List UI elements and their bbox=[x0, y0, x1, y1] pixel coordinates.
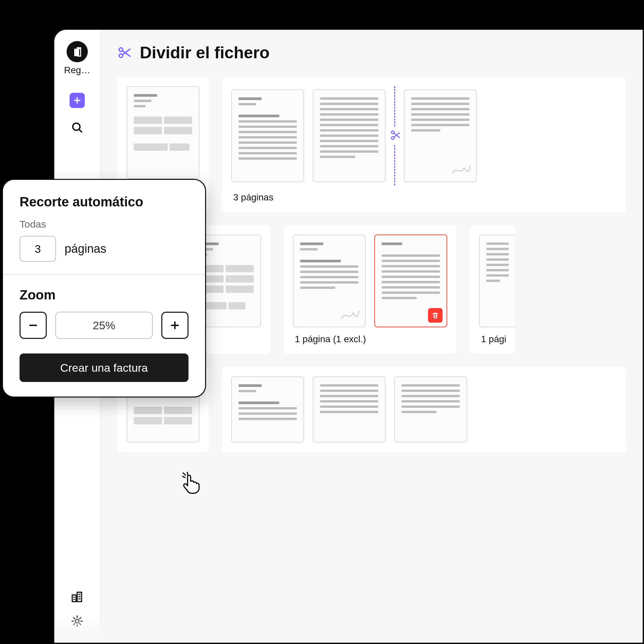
pages-input[interactable] bbox=[20, 236, 56, 262]
svg-rect-0 bbox=[74, 49, 77, 56]
popover-title: Recorte automático bbox=[20, 194, 188, 209]
page-thumb[interactable] bbox=[293, 235, 366, 327]
page-thumb[interactable] bbox=[404, 89, 477, 182]
brand-label: Reg… bbox=[64, 65, 90, 76]
create-invoice-button[interactable]: Crear una factura bbox=[20, 353, 188, 382]
brand-logo bbox=[67, 41, 88, 62]
company-button[interactable] bbox=[69, 588, 85, 605]
group-r2-c[interactable]: 1 pági bbox=[470, 225, 515, 354]
split-indicator[interactable] bbox=[394, 86, 395, 186]
plus-icon bbox=[73, 96, 82, 105]
page-thumb[interactable] bbox=[313, 89, 386, 182]
group-caption: 1 página (1 excl.) bbox=[295, 334, 447, 345]
group-caption: 1 pági bbox=[481, 334, 515, 345]
page-thumb-excluded[interactable] bbox=[374, 235, 447, 327]
autocut-popover: Recorte automático Todas páginas Zoom 25… bbox=[2, 179, 206, 398]
bottom-fade bbox=[101, 613, 643, 643]
all-label: Todas bbox=[20, 219, 188, 230]
group-r2-b[interactable]: 1 página (1 excl.) bbox=[284, 225, 456, 354]
group-r3-b[interactable] bbox=[222, 367, 626, 452]
zoom-out-button[interactable] bbox=[20, 312, 47, 339]
settings-button[interactable] bbox=[69, 613, 85, 629]
minus-icon bbox=[27, 320, 39, 331]
delete-page-button[interactable] bbox=[428, 308, 443, 323]
page-thumb[interactable] bbox=[394, 376, 467, 443]
plus-icon bbox=[169, 320, 181, 331]
group-r1-b[interactable]: 3 páginas bbox=[222, 77, 626, 212]
page-thumb[interactable] bbox=[127, 86, 199, 179]
signature-icon bbox=[451, 164, 471, 177]
group-caption: 3 páginas bbox=[233, 192, 617, 203]
svg-rect-3 bbox=[72, 595, 76, 602]
search-button[interactable] bbox=[69, 119, 85, 136]
company-icon bbox=[71, 590, 84, 603]
page-thumb[interactable] bbox=[479, 235, 515, 327]
scissors-icon bbox=[117, 45, 132, 60]
brand: Reg… bbox=[64, 41, 90, 76]
zoom-value: 25% bbox=[55, 312, 153, 339]
trash-icon bbox=[431, 311, 439, 319]
page-thumb[interactable] bbox=[231, 89, 304, 182]
sidebar-nav-bottom bbox=[54, 588, 100, 629]
divider bbox=[3, 274, 205, 275]
page-title: Dividir el fichero bbox=[140, 43, 270, 62]
signature-icon bbox=[340, 309, 360, 322]
sidebar-nav-top bbox=[69, 93, 85, 136]
zoom-label: Zoom bbox=[20, 288, 188, 302]
zoom-in-button[interactable] bbox=[161, 312, 188, 339]
scissors-icon bbox=[388, 128, 403, 144]
pages-suffix: páginas bbox=[65, 242, 106, 256]
gear-icon bbox=[71, 615, 84, 628]
page-thumb[interactable] bbox=[313, 376, 386, 443]
add-button[interactable] bbox=[70, 93, 85, 108]
svg-point-5 bbox=[76, 619, 79, 623]
page-thumb[interactable] bbox=[231, 376, 304, 443]
search-icon bbox=[71, 121, 84, 134]
page-title-row: Dividir el fichero bbox=[117, 43, 626, 62]
